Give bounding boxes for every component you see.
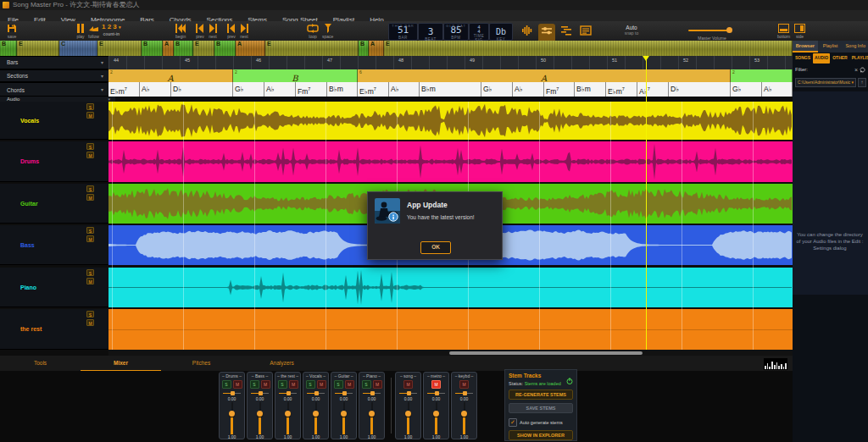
save-button[interactable]: save [7, 24, 17, 39]
power-icon[interactable] [566, 373, 573, 388]
mute-button[interactable]: M [373, 380, 382, 389]
chevron-down-icon[interactable]: ▾ [101, 83, 103, 97]
mute-button[interactable]: M [289, 380, 298, 389]
section-B[interactable]: 2B [233, 69, 358, 82]
play-button[interactable]: play [76, 24, 85, 39]
chord-cell[interactable]: D♭ [171, 82, 233, 97]
bar-display[interactable]: THIS BAR 51 BAR [388, 23, 418, 41]
tab-pitches[interactable]: Pitches [161, 356, 242, 370]
sidebar-subtab-playlist[interactable]: PLAYLIST [850, 53, 868, 64]
overview-section-E[interactable]: E [384, 41, 793, 56]
track-header-Guitar[interactable]: GuitarSM [0, 184, 108, 224]
chord-cell[interactable]: E♭m7 [606, 82, 637, 97]
show-in-explorer-button[interactable]: SHOW IN EXPLORER [509, 430, 573, 440]
dialog-ok-button[interactable]: OK [420, 241, 451, 254]
chord-cell[interactable]: A♭ [140, 82, 171, 97]
overview-section-B[interactable]: B [174, 41, 193, 56]
overview-section-E[interactable]: E [17, 41, 59, 56]
next-section-button[interactable]: next [209, 24, 217, 39]
next-bar-button[interactable]: next [240, 24, 248, 39]
solo-button[interactable]: S [86, 269, 94, 276]
space-button[interactable]: space [322, 24, 333, 39]
pan-slider[interactable] [251, 390, 269, 396]
begin-button[interactable]: begin [175, 24, 186, 39]
loop-button[interactable]: loop [307, 24, 319, 39]
horizontal-scrollbar[interactable] [108, 350, 793, 356]
pan-slider[interactable] [455, 390, 473, 396]
overview-section-B[interactable]: B [214, 41, 236, 56]
mute-button[interactable]: M [233, 380, 242, 389]
pan-slider[interactable] [399, 390, 417, 396]
timesig-display[interactable]: 4 4 TIME SIG [469, 23, 489, 41]
overview-section-E[interactable]: E [265, 41, 359, 56]
section-A[interactable]: 2A [108, 69, 233, 82]
mute-button[interactable]: M [431, 380, 441, 389]
track-header-Vocals[interactable]: VocalsSM [0, 102, 108, 140]
master-volume-knob[interactable] [726, 27, 732, 33]
mute-button[interactable]: M [261, 380, 270, 389]
playhead-marker[interactable] [643, 56, 649, 61]
overview-section-A[interactable]: A [163, 41, 174, 56]
sidebar-tab-song-info[interactable]: Song Info [843, 41, 868, 52]
regenerate-stems-button[interactable]: RE-GENERATE STEMS [509, 390, 573, 400]
tab-analyzers[interactable]: Analyzers [242, 356, 322, 370]
overview-section-B[interactable]: B [142, 41, 163, 56]
chevron-down-icon[interactable]: ▾ [101, 57, 103, 69]
solo-button[interactable]: S [86, 185, 94, 192]
pan-slider[interactable] [307, 390, 325, 396]
chords-row-label[interactable]: Chords▾ [0, 82, 108, 97]
count-in-button[interactable]: 1 2 3 ▾ count-in [102, 23, 121, 36]
mute-button[interactable]: M [86, 152, 94, 158]
snap-to-dropdown[interactable]: Auto snap to [617, 25, 646, 36]
volume-fader[interactable] [275, 402, 300, 434]
chord-cell[interactable]: Fm7 [544, 82, 575, 97]
mute-button[interactable]: M [403, 380, 413, 389]
pan-slider[interactable] [335, 390, 353, 396]
sidebar-tab-playlist[interactable]: Playlist [818, 41, 843, 52]
solo-button[interactable]: S [86, 311, 94, 318]
mute-button[interactable]: M [317, 380, 326, 389]
prev-section-button[interactable]: prev [196, 24, 204, 39]
chords-row[interactable]: E♭m7A♭D♭G♭A♭Fm7B♭mE♭m7A♭B♭mG♭A♭Fm7B♭mE♭m… [108, 82, 793, 97]
solo-button[interactable]: S [306, 380, 315, 389]
track-lane-Piano[interactable] [108, 268, 793, 307]
track-lane-Vocals[interactable] [108, 102, 793, 140]
track-header-Bass[interactable]: BassSM [0, 225, 108, 265]
track-header-the-rest[interactable]: the restSM [0, 309, 108, 350]
mute-button[interactable]: M [86, 112, 94, 119]
chord-cell[interactable]: E♭m7 [108, 82, 140, 97]
overview-section-A[interactable]: A [369, 41, 384, 56]
volume-fader[interactable] [452, 402, 476, 434]
prev-bar-button[interactable]: prev [227, 24, 236, 39]
pan-slider[interactable] [279, 390, 297, 396]
toggle-side-panel-button[interactable]: side [794, 24, 805, 39]
sidebar-subtab-songs[interactable]: SONGS [793, 53, 812, 64]
sections-row[interactable]: 2A2B6A2 [108, 69, 793, 82]
scrollbar-thumb[interactable] [449, 351, 643, 355]
key-display[interactable]: Db KEY [489, 23, 513, 41]
tab-mixer[interactable]: Mixer [81, 356, 161, 372]
volume-fader[interactable] [220, 402, 244, 434]
overview-section-E[interactable]: E [193, 41, 214, 56]
audio-path-dropdown[interactable]: C:\Users\Administrator\Music ▾ [795, 78, 856, 87]
auto-generate-stems-checkbox[interactable]: ✓ Auto generate stems [509, 418, 573, 427]
bar-display-mode[interactable]: THIS BAR [389, 24, 417, 28]
mute-button[interactable]: M [86, 278, 94, 285]
sidebar-tab-browser[interactable]: Browser [793, 41, 818, 52]
mute-button[interactable]: M [86, 194, 94, 201]
solo-button[interactable]: S [86, 227, 94, 234]
save-stems-button[interactable]: SAVE STEMS [509, 403, 573, 413]
volume-fader[interactable] [331, 402, 356, 434]
bpm-display-mode[interactable]: GLB RAT [444, 24, 468, 28]
chevron-down-icon[interactable]: ▾ [101, 70, 103, 82]
pan-slider[interactable] [427, 390, 445, 396]
volume-fader[interactable] [248, 402, 272, 434]
song-overview-strip[interactable]: BECEBABEBAEBAE [0, 41, 793, 56]
overview-section-E[interactable]: E [97, 41, 142, 56]
solo-button[interactable]: S [250, 380, 259, 389]
solo-button[interactable]: S [86, 103, 94, 110]
chord-cell[interactable]: A♭ [264, 82, 296, 97]
overview-section-B[interactable]: B [0, 41, 17, 56]
chord-cell[interactable]: G♭ [233, 82, 264, 97]
volume-fader[interactable] [359, 402, 384, 434]
